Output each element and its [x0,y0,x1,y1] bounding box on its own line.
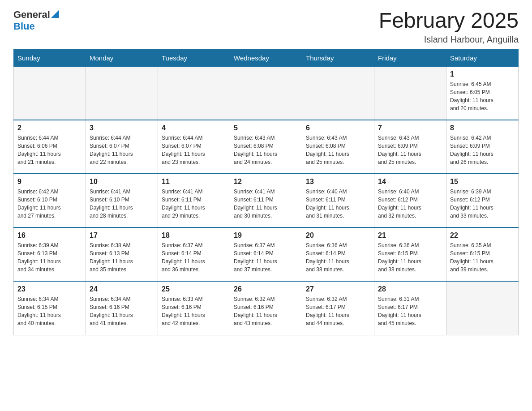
day-of-week-header: Saturday [446,49,519,66]
day-info: Sunrise: 6:38 AM Sunset: 6:13 PM Dayligh… [90,241,154,274]
calendar-cell: 7Sunrise: 6:43 AM Sunset: 6:09 PM Daylig… [374,120,446,174]
day-info: Sunrise: 6:31 AM Sunset: 6:17 PM Dayligh… [378,295,442,327]
day-number: 12 [234,178,298,186]
day-number: 17 [90,231,154,240]
day-number: 20 [306,231,370,240]
day-info: Sunrise: 6:39 AM Sunset: 6:12 PM Dayligh… [450,188,515,220]
day-info: Sunrise: 6:34 AM Sunset: 6:15 PM Dayligh… [17,295,82,327]
day-of-week-header: Sunday [14,49,86,66]
calendar-cell: 27Sunrise: 6:32 AM Sunset: 6:17 PM Dayli… [302,281,374,335]
calendar-cell: 14Sunrise: 6:40 AM Sunset: 6:12 PM Dayli… [374,174,446,227]
day-info: Sunrise: 6:41 AM Sunset: 6:11 PM Dayligh… [234,188,298,220]
title-section: February 2025 Island Harbour, Anguilla [379,9,519,45]
calendar-cell: 9Sunrise: 6:42 AM Sunset: 6:10 PM Daylig… [14,174,86,227]
day-number: 16 [17,231,82,240]
day-number: 19 [234,231,298,240]
calendar-cell [86,66,158,120]
day-number: 24 [90,285,154,293]
logo-blue-text: Blue [13,21,35,32]
calendar-table: SundayMondayTuesdayWednesdayThursdayFrid… [13,49,519,335]
day-info: Sunrise: 6:36 AM Sunset: 6:14 PM Dayligh… [306,241,370,274]
day-number: 7 [378,124,442,132]
day-info: Sunrise: 6:34 AM Sunset: 6:16 PM Dayligh… [90,295,154,327]
day-number: 28 [378,285,442,293]
calendar-cell: 5Sunrise: 6:43 AM Sunset: 6:08 PM Daylig… [230,120,302,174]
calendar-cell: 3Sunrise: 6:44 AM Sunset: 6:07 PM Daylig… [86,120,158,174]
calendar-week-row: 2Sunrise: 6:44 AM Sunset: 6:06 PM Daylig… [14,120,519,174]
calendar-cell: 24Sunrise: 6:34 AM Sunset: 6:16 PM Dayli… [86,281,158,335]
calendar-cell: 28Sunrise: 6:31 AM Sunset: 6:17 PM Dayli… [374,281,446,335]
calendar-cell: 6Sunrise: 6:43 AM Sunset: 6:08 PM Daylig… [302,120,374,174]
day-info: Sunrise: 6:43 AM Sunset: 6:08 PM Dayligh… [234,134,298,166]
calendar-week-row: 23Sunrise: 6:34 AM Sunset: 6:15 PM Dayli… [14,281,519,335]
day-info: Sunrise: 6:44 AM Sunset: 6:07 PM Dayligh… [162,134,226,166]
location-title: Island Harbour, Anguilla [379,34,519,45]
day-info: Sunrise: 6:45 AM Sunset: 6:05 PM Dayligh… [450,80,515,112]
day-number: 15 [450,178,515,186]
calendar-cell: 25Sunrise: 6:33 AM Sunset: 6:16 PM Dayli… [158,281,230,335]
calendar-cell: 20Sunrise: 6:36 AM Sunset: 6:14 PM Dayli… [302,227,374,281]
calendar-cell: 1Sunrise: 6:45 AM Sunset: 6:05 PM Daylig… [446,66,519,120]
svg-marker-0 [51,10,59,18]
day-info: Sunrise: 6:39 AM Sunset: 6:13 PM Dayligh… [17,241,82,274]
calendar-cell: 15Sunrise: 6:39 AM Sunset: 6:12 PM Dayli… [446,174,519,227]
day-of-week-header: Monday [86,49,158,66]
day-info: Sunrise: 6:32 AM Sunset: 6:16 PM Dayligh… [234,295,298,327]
day-of-week-header: Thursday [302,49,374,66]
day-of-week-header: Wednesday [230,49,302,66]
calendar-week-row: 1Sunrise: 6:45 AM Sunset: 6:05 PM Daylig… [14,66,519,120]
day-info: Sunrise: 6:37 AM Sunset: 6:14 PM Dayligh… [234,241,298,274]
day-number: 18 [162,231,226,240]
day-number: 1 [450,70,515,78]
month-title: February 2025 [379,9,519,33]
day-info: Sunrise: 6:33 AM Sunset: 6:16 PM Dayligh… [162,295,226,327]
logo: General Blue [13,9,59,32]
calendar-cell: 16Sunrise: 6:39 AM Sunset: 6:13 PM Dayli… [14,227,86,281]
calendar-cell: 21Sunrise: 6:36 AM Sunset: 6:15 PM Dayli… [374,227,446,281]
day-info: Sunrise: 6:44 AM Sunset: 6:06 PM Dayligh… [17,134,82,166]
day-info: Sunrise: 6:36 AM Sunset: 6:15 PM Dayligh… [378,241,442,274]
page-header: General Blue February 2025 Island Harbou… [13,9,519,45]
calendar-cell [230,66,302,120]
day-info: Sunrise: 6:42 AM Sunset: 6:09 PM Dayligh… [450,134,515,166]
day-number: 2 [17,124,82,132]
day-number: 5 [234,124,298,132]
day-number: 21 [378,231,442,240]
day-info: Sunrise: 6:43 AM Sunset: 6:08 PM Dayligh… [306,134,370,166]
calendar-cell: 11Sunrise: 6:41 AM Sunset: 6:11 PM Dayli… [158,174,230,227]
day-info: Sunrise: 6:41 AM Sunset: 6:10 PM Dayligh… [90,188,154,220]
calendar-cell: 13Sunrise: 6:40 AM Sunset: 6:11 PM Dayli… [302,174,374,227]
calendar-cell: 18Sunrise: 6:37 AM Sunset: 6:14 PM Dayli… [158,227,230,281]
day-of-week-header: Tuesday [158,49,230,66]
day-info: Sunrise: 6:35 AM Sunset: 6:15 PM Dayligh… [450,241,515,274]
day-number: 22 [450,231,515,240]
day-number: 9 [17,178,82,186]
day-number: 4 [162,124,226,132]
calendar-header-row: SundayMondayTuesdayWednesdayThursdayFrid… [14,49,519,66]
calendar-cell [374,66,446,120]
calendar-cell [14,66,86,120]
day-info: Sunrise: 6:42 AM Sunset: 6:10 PM Dayligh… [17,188,82,220]
calendar-cell: 10Sunrise: 6:41 AM Sunset: 6:10 PM Dayli… [86,174,158,227]
calendar-cell: 26Sunrise: 6:32 AM Sunset: 6:16 PM Dayli… [230,281,302,335]
day-info: Sunrise: 6:40 AM Sunset: 6:12 PM Dayligh… [378,188,442,220]
calendar-cell: 23Sunrise: 6:34 AM Sunset: 6:15 PM Dayli… [14,281,86,335]
day-number: 25 [162,285,226,293]
day-info: Sunrise: 6:43 AM Sunset: 6:09 PM Dayligh… [378,134,442,166]
day-number: 27 [306,285,370,293]
day-of-week-header: Friday [374,49,446,66]
calendar-cell: 22Sunrise: 6:35 AM Sunset: 6:15 PM Dayli… [446,227,519,281]
day-number: 10 [90,178,154,186]
day-number: 8 [450,124,515,132]
day-number: 13 [306,178,370,186]
calendar-cell [446,281,519,335]
calendar-cell: 19Sunrise: 6:37 AM Sunset: 6:14 PM Dayli… [230,227,302,281]
calendar-cell [158,66,230,120]
calendar-cell: 8Sunrise: 6:42 AM Sunset: 6:09 PM Daylig… [446,120,519,174]
day-number: 26 [234,285,298,293]
day-info: Sunrise: 6:44 AM Sunset: 6:07 PM Dayligh… [90,134,154,166]
day-number: 6 [306,124,370,132]
calendar-cell: 2Sunrise: 6:44 AM Sunset: 6:06 PM Daylig… [14,120,86,174]
day-number: 11 [162,178,226,186]
calendar-cell: 4Sunrise: 6:44 AM Sunset: 6:07 PM Daylig… [158,120,230,174]
